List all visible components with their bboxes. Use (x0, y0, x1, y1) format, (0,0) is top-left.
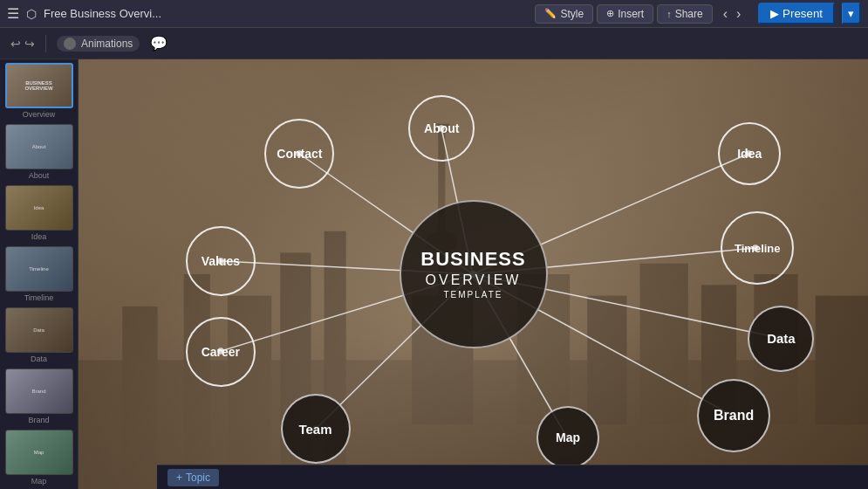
slide-thumb-idea[interactable]: 2 Idea Idea (3, 185, 74, 241)
slide-thumb-brand[interactable]: 5 Brand Brand (3, 368, 74, 424)
slide-canvas[interactable]: BUSINESS OVERVIEW TEMPLATE About Contact… (79, 59, 868, 489)
node-team-label: Team (298, 422, 331, 437)
slides-panel: BUSINESSOVERVIEW Overview 1 About About … (0, 59, 79, 489)
add-topic-icon: + (176, 472, 182, 484)
node-idea-label: Idea (737, 147, 762, 161)
canvas-area: BUSINESS OVERVIEW TEMPLATE About Contact… (79, 59, 868, 489)
nav-prev-button[interactable]: ‹ (720, 4, 731, 24)
node-idea[interactable]: Idea (718, 122, 781, 185)
node-career[interactable]: Career (186, 317, 256, 387)
node-career-label: Career (202, 345, 240, 359)
node-timeline-label: Timeline (735, 242, 781, 255)
node-map-label: Map (556, 430, 580, 444)
node-contact-label: Contact (277, 147, 322, 161)
slide-thumb-timeline[interactable]: 3 Timeline Timeline (3, 246, 74, 302)
node-map[interactable]: Map (537, 406, 599, 469)
style-button[interactable]: ✏️ Style (535, 4, 593, 24)
node-team[interactable]: Team (281, 394, 351, 464)
slide-thumb-data[interactable]: 4 Data Data (3, 307, 74, 363)
slide-thumb-about[interactable]: 1 About About (3, 124, 74, 180)
toolbar-separator (45, 35, 46, 52)
share-button[interactable]: ↑ Share (657, 4, 713, 24)
node-center[interactable]: BUSINESS OVERVIEW TEMPLATE (400, 200, 548, 348)
slide-preview-overview: BUSINESSOVERVIEW (5, 63, 73, 108)
add-topic-label: Topic (186, 472, 210, 484)
present-button[interactable]: ▶ Present (758, 3, 835, 24)
topbar-actions: ✏️ Style ⊕ Insert ↑ Share (535, 4, 712, 24)
insert-button[interactable]: ⊕ Insert (597, 4, 653, 24)
insert-icon: ⊕ (606, 8, 614, 19)
bottom-bar: + Topic (157, 465, 868, 489)
center-text-line2: OVERVIEW (420, 272, 525, 288)
style-icon: ✏️ (544, 8, 557, 19)
logo-icon: ⬡ (26, 7, 37, 21)
node-contact[interactable]: Contact (264, 119, 334, 189)
node-about[interactable]: About (408, 95, 475, 162)
present-dropdown-button[interactable]: ▾ (842, 3, 861, 24)
add-topic-button[interactable]: + Topic (167, 469, 219, 486)
undo-redo-group: ↩ ↪ (10, 37, 35, 51)
nav-arrows: ‹ › (720, 4, 745, 24)
nav-next-button[interactable]: › (733, 4, 744, 24)
center-text-line1: BUSINESS (420, 248, 525, 271)
share-icon: ↑ (666, 9, 672, 19)
node-about-label: About (424, 121, 459, 135)
document-title: Free Business Overvi... (44, 7, 528, 20)
comment-icon[interactable]: 💬 (150, 35, 167, 52)
node-values[interactable]: Values (186, 226, 256, 296)
redo-button[interactable]: ↪ (24, 37, 35, 51)
node-data[interactable]: Data (748, 306, 814, 372)
node-data-label: Data (767, 331, 796, 346)
undo-button[interactable]: ↩ (10, 37, 21, 51)
node-timeline[interactable]: Timeline (721, 211, 794, 285)
center-text-line3: TEMPLATE (420, 290, 525, 300)
animations-toggle[interactable]: Animations (57, 36, 140, 52)
node-brand[interactable]: Brand (697, 379, 770, 452)
main-area: BUSINESSOVERVIEW Overview 1 About About … (0, 59, 868, 489)
slide-label-overview: Overview (23, 110, 56, 119)
toggle-dot (64, 38, 76, 50)
menu-icon[interactable]: ☰ (7, 5, 19, 22)
node-values-label: Values (202, 254, 240, 268)
toolbar: ↩ ↪ Animations 💬 (0, 28, 868, 59)
slide-thumb-map[interactable]: 6 Map Map (3, 430, 74, 486)
slide-thumb-overview[interactable]: BUSINESSOVERVIEW Overview (3, 63, 74, 119)
topbar: ☰ ⬡ Free Business Overvi... ✏️ Style ⊕ I… (0, 0, 868, 28)
node-brand-label: Brand (714, 408, 754, 424)
